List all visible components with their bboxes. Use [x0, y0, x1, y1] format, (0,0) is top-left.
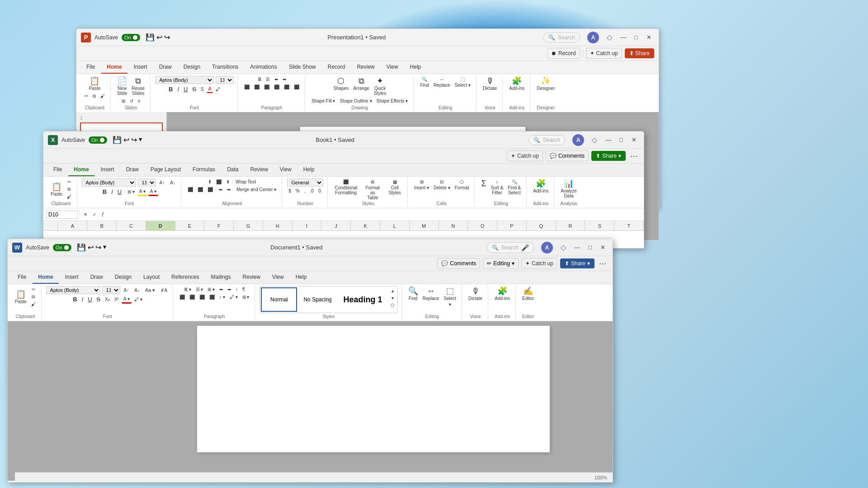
ppt-tab-transitions[interactable]: Transitions [207, 61, 244, 74]
excel-minimize-btn[interactable]: — [603, 135, 614, 145]
word-underline-btn[interactable]: U [86, 295, 94, 304]
ppt-save-icon[interactable]: 💾 [146, 33, 155, 42]
excel-tab-draw[interactable]: Draw [121, 164, 144, 176]
excel-maximize-btn[interactable]: □ [616, 135, 627, 145]
ppt-shape-outline-btn[interactable]: Shape Outline ▾ [338, 98, 373, 104]
ppt-new-slide-btn[interactable]: 📄 NewSlide [115, 76, 129, 97]
excel-comments-btn[interactable]: 💬 Comments [546, 150, 589, 161]
excel-border-btn[interactable]: ⊞ ▾ [126, 188, 137, 195]
word-format-painter-btn[interactable]: 🖌 [29, 301, 38, 308]
excel-col-header-a[interactable]: A [58, 221, 87, 230]
excel-formula-insert-btn[interactable]: ƒ [100, 211, 106, 218]
word-tab-references[interactable]: References [166, 271, 204, 284]
excel-tab-file[interactable]: File [48, 164, 67, 176]
excel-col-header-p[interactable]: P [497, 221, 527, 230]
ppt-reuse-slides-btn[interactable]: ⧉ ReuseSlides [130, 76, 146, 97]
ppt-undo-icon[interactable]: ↩ [156, 33, 162, 42]
ppt-tab-slideshow[interactable]: Slide Show [283, 61, 321, 74]
word-font-decrease-btn[interactable]: A↓ [132, 287, 142, 294]
ppt-tab-review[interactable]: Review [351, 61, 380, 74]
excel-bold-btn[interactable]: B [101, 188, 108, 196]
excel-merge-center-btn[interactable]: Merge and Center ▾ [235, 186, 278, 193]
ppt-copy-btn[interactable]: ⧉ [91, 93, 98, 100]
excel-col-header-h[interactable]: H [263, 221, 292, 230]
excel-underline-btn[interactable]: U [116, 188, 123, 196]
word-addins-btn[interactable]: 🧩 Add-ins [493, 286, 512, 302]
ppt-columns-btn[interactable]: ⬛ [282, 84, 291, 90]
word-align-left-btn[interactable]: ⬛ [178, 294, 187, 300]
word-change-case-btn[interactable]: Aa ▾ [143, 286, 157, 294]
word-search-box[interactable]: 🔍 Search 🎤 [487, 242, 534, 253]
word-border-btn[interactable]: ⊞ ▾ [241, 294, 251, 300]
word-customize-icon[interactable]: ▾ [103, 243, 106, 252]
word-undo-icon[interactable]: ↩ [88, 243, 94, 252]
word-tab-layout[interactable]: Layout [138, 271, 165, 284]
excel-autosum-btn[interactable]: Σ [479, 178, 488, 196]
ppt-autosave-toggle[interactable]: On [122, 34, 140, 41]
excel-formula-confirm-btn[interactable]: ✓ [91, 211, 98, 218]
excel-undo-icon[interactable]: ↩ [123, 136, 129, 144]
word-justify-btn[interactable]: ⬛ [208, 294, 217, 300]
excel-insert-btn[interactable]: ⊞ Insert ▾ [412, 178, 431, 191]
ppt-strikethrough-btn[interactable]: S [190, 85, 198, 94]
excel-increase-decimal-btn[interactable]: .0 [308, 188, 316, 194]
word-indent-decrease-btn[interactable]: ⬅ [217, 286, 225, 293]
excel-align-top-btn[interactable]: ⬆ [206, 178, 213, 185]
word-more-btn[interactable]: ⋯ [597, 258, 608, 269]
ppt-tab-help[interactable]: Help [405, 61, 427, 74]
word-mic-icon[interactable]: 🎤 [521, 244, 529, 251]
ppt-select-btn[interactable]: ⬚ Select ▾ [453, 76, 473, 89]
excel-copy-btn[interactable]: ⧉ [65, 186, 73, 193]
excel-cell-styles-btn[interactable]: ▦ CellStyles [386, 178, 404, 190]
ppt-tab-animations[interactable]: Animations [245, 61, 282, 74]
word-tab-mailings[interactable]: Mailings [205, 271, 236, 284]
excel-analyze-data-btn[interactable]: 📊 AnalyzeData [559, 178, 579, 199]
ppt-tab-record[interactable]: Record [322, 61, 351, 74]
word-redo-icon[interactable]: ↪ [95, 243, 101, 252]
excel-col-header-d[interactable]: D [146, 221, 175, 230]
excel-col-header-k[interactable]: K [351, 221, 380, 230]
ppt-numbering-btn[interactable]: ☰ [264, 76, 272, 83]
excel-tab-insert[interactable]: Insert [95, 164, 120, 176]
excel-align-middle-btn[interactable]: ⬛ [214, 178, 223, 185]
excel-indent-increase-btn[interactable]: ➡ [225, 186, 232, 193]
excel-number-format-select[interactable]: General [287, 178, 323, 187]
word-styles-expand-btn[interactable]: ⬡ [389, 302, 396, 309]
excel-delete-btn[interactable]: ⊟ Delete ▾ [432, 178, 452, 191]
excel-tab-view[interactable]: View [274, 164, 297, 176]
excel-avatar[interactable]: A [572, 134, 584, 146]
word-numbering-btn[interactable]: ☰ ▾ [194, 286, 205, 293]
ppt-fontcolor-btn[interactable]: A [207, 85, 213, 93]
excel-share-btn[interactable]: ⬆ Share ▾ [591, 151, 626, 161]
excel-font-family-select[interactable]: Aptos (Body) [82, 178, 136, 187]
excel-more-btn[interactable]: ⋯ [628, 151, 639, 161]
word-select-btn[interactable]: ⬚ Select ▾ [442, 286, 458, 308]
word-replace-btn[interactable]: ↔ Replace [421, 286, 441, 308]
ppt-underline-btn[interactable]: U [182, 85, 189, 94]
word-font-color-btn[interactable]: A ▾ [122, 296, 132, 304]
word-tab-review[interactable]: Review [237, 271, 266, 284]
excel-tab-data[interactable]: Data [222, 164, 244, 176]
word-style-heading1[interactable]: Heading 1 [338, 287, 388, 312]
ppt-highlight-btn[interactable]: 🖍 [214, 86, 222, 93]
excel-sort-filter-btn[interactable]: ↕ Sort &Filter [489, 178, 505, 196]
word-close-btn[interactable]: ✕ [597, 242, 608, 253]
ppt-quick-styles-btn[interactable]: ✦ QuickStyles [372, 76, 388, 97]
word-shading-btn[interactable]: 🖍 ▾ [228, 294, 240, 300]
word-maximize-btn[interactable]: □ [585, 242, 595, 253]
excel-search-box[interactable]: 🔍 Search [528, 135, 565, 145]
ppt-addins-btn[interactable]: 🧩 Add-ins [507, 76, 526, 92]
word-tab-view[interactable]: View [267, 271, 289, 284]
word-avatar[interactable]: A [541, 242, 553, 253]
word-font-size-select[interactable]: 11 [102, 286, 120, 294]
ppt-tab-design[interactable]: Design [178, 61, 206, 74]
word-copilot-icon[interactable]: ◇ [558, 243, 568, 253]
excel-align-center-btn[interactable]: ⬛ [196, 186, 205, 193]
excel-paste-btn[interactable]: 📋 Paste [49, 182, 64, 197]
ppt-maximize-btn[interactable]: □ [631, 32, 642, 43]
word-italic-btn[interactable]: I [80, 295, 85, 304]
word-find-btn[interactable]: 🔍 Find [406, 286, 420, 308]
excel-decrease-decimal-btn[interactable]: 0. [316, 188, 324, 194]
word-page[interactable] [197, 326, 550, 452]
word-strikethrough-btn[interactable]: S [95, 295, 103, 304]
